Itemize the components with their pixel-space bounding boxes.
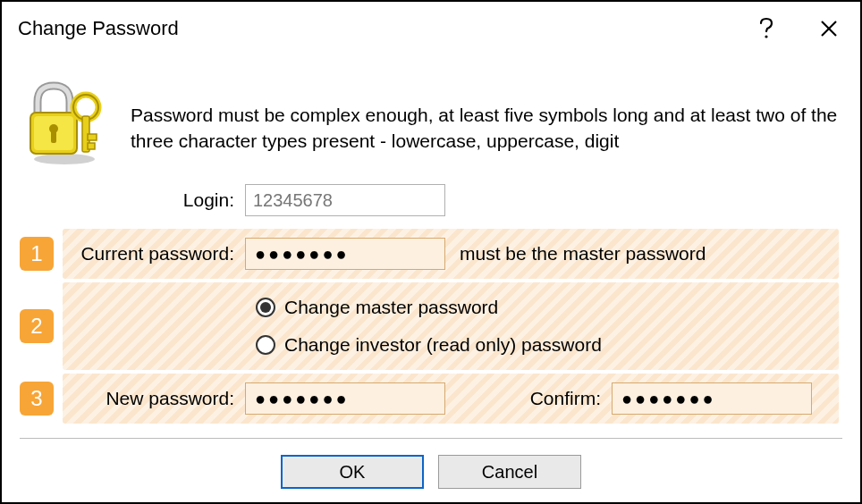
window-title: Change Password	[18, 17, 735, 40]
current-password-label: Current password:	[63, 243, 245, 265]
svg-rect-12	[88, 143, 95, 149]
confirm-password-label: Confirm:	[445, 388, 612, 409]
step-badge-3: 3	[20, 382, 54, 416]
step-badge-2: 2	[20, 309, 54, 343]
step-2-section: 2 Change master password Change investor…	[63, 282, 839, 370]
svg-rect-7	[51, 130, 56, 143]
titlebar: Change Password	[2, 2, 860, 55]
ok-button[interactable]: OK	[281, 455, 424, 489]
radio-icon	[256, 335, 275, 355]
help-button[interactable]	[735, 2, 798, 55]
close-button[interactable]	[798, 2, 860, 55]
new-password-label: New password:	[63, 388, 245, 409]
step-badge-1: 1	[20, 237, 54, 271]
login-row: Login:	[20, 181, 842, 220]
confirm-password-field[interactable]: ●●●●●●●	[612, 382, 812, 415]
dialog-content: Password must be complex enough, at leas…	[2, 55, 860, 502]
radio-investor-password[interactable]: Change investor (read only) password	[63, 329, 839, 361]
radio-master-label: Change master password	[284, 297, 498, 318]
radio-master-password[interactable]: Change master password	[63, 291, 839, 323]
steps-wrap: 1 Current password: ●●●●●●● must be the …	[63, 225, 839, 427]
radio-investor-label: Change investor (read only) password	[284, 334, 602, 356]
instruction-text: Password must be complex enough, at leas…	[131, 77, 842, 155]
help-icon	[758, 17, 774, 40]
new-password-field[interactable]: ●●●●●●●	[245, 382, 445, 415]
radio-icon	[256, 298, 275, 317]
login-field	[245, 184, 445, 216]
lock-key-icon	[20, 77, 109, 166]
button-row: OK Cancel	[20, 439, 842, 489]
login-label: Login:	[20, 189, 245, 211]
svg-point-3	[34, 154, 95, 164]
close-icon	[819, 19, 839, 38]
current-password-field[interactable]: ●●●●●●●	[245, 238, 445, 270]
step-1-section: 1 Current password: ●●●●●●● must be the …	[63, 229, 839, 279]
change-password-dialog: Change Password	[0, 0, 862, 504]
cancel-button[interactable]: Cancel	[438, 455, 581, 489]
instruction-row: Password must be complex enough, at leas…	[20, 77, 842, 166]
svg-point-0	[765, 35, 767, 38]
step-3-section: 3 New password: ●●●●●●● Confirm: ●●●●●●●	[63, 374, 839, 424]
current-password-hint: must be the master password	[445, 243, 706, 265]
svg-rect-11	[88, 134, 97, 140]
